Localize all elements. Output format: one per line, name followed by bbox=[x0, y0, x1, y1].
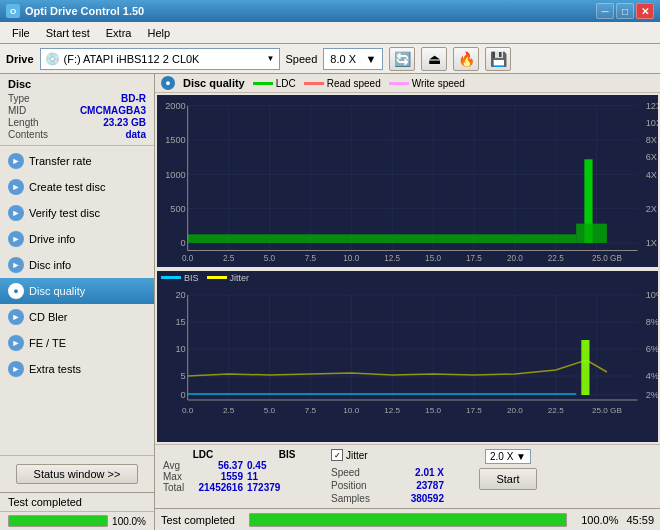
svg-text:4X: 4X bbox=[646, 168, 658, 179]
save-button[interactable]: 💾 bbox=[485, 47, 511, 71]
svg-rect-61 bbox=[581, 340, 589, 395]
speed-stat-label: Speed bbox=[331, 467, 360, 478]
sidebar-item-drive-info[interactable]: ► Drive info bbox=[0, 226, 154, 252]
svg-text:10X: 10X bbox=[646, 117, 658, 128]
ldc-color bbox=[253, 82, 273, 85]
read-speed-label: Read speed bbox=[327, 78, 381, 89]
sidebar-label-create-test-disc: Create test disc bbox=[29, 181, 105, 193]
upper-chart: 2000 1500 1000 500 0 12X 10X 8X 6X 4X 2X… bbox=[157, 95, 658, 267]
main-progress-fill bbox=[250, 514, 566, 526]
svg-text:10.0: 10.0 bbox=[343, 253, 359, 263]
progress-percent: 100.0% bbox=[581, 514, 618, 526]
svg-text:5.0: 5.0 bbox=[264, 406, 276, 415]
svg-text:7.5: 7.5 bbox=[305, 253, 317, 263]
titlebar: O Opti Drive Control 1.50 ─ □ ✕ bbox=[0, 0, 660, 22]
svg-text:12X: 12X bbox=[646, 100, 658, 111]
bottom-status-bar: Test completed 100.0% 45:59 bbox=[155, 508, 660, 530]
drive-select[interactable]: 💿 (F:) ATAPI iHBS112 2 CL0K ▼ bbox=[40, 48, 280, 70]
burn-button[interactable]: 🔥 bbox=[453, 47, 479, 71]
svg-text:2000: 2000 bbox=[165, 100, 185, 111]
sidebar-item-create-test-disc[interactable]: ► Create test disc bbox=[0, 174, 154, 200]
speed-label: Speed bbox=[286, 53, 318, 65]
samples-value: 380592 bbox=[411, 493, 444, 504]
svg-text:1X: 1X bbox=[646, 237, 658, 248]
svg-text:5.0: 5.0 bbox=[264, 253, 276, 263]
status-bottom: Test completed bbox=[0, 492, 154, 511]
ldc-header: LDC bbox=[163, 449, 243, 460]
svg-text:5: 5 bbox=[181, 371, 186, 381]
menu-start-test[interactable]: Start test bbox=[38, 25, 98, 41]
svg-text:17.5: 17.5 bbox=[466, 253, 482, 263]
disc-length-value: 23.23 GB bbox=[103, 117, 146, 128]
close-button[interactable]: ✕ bbox=[636, 3, 654, 19]
disc-length-row: Length 23.23 GB bbox=[8, 117, 146, 128]
stats-bar: LDC Avg 56.37 Max 1559 Total 21452616 bbox=[155, 444, 660, 508]
sidebar-label-verify-test-disc: Verify test disc bbox=[29, 207, 100, 219]
maximize-button[interactable]: □ bbox=[616, 3, 634, 19]
sidebar-item-cd-bler[interactable]: ► CD Bler bbox=[0, 304, 154, 330]
create-test-disc-icon: ► bbox=[8, 179, 24, 195]
sidebar-item-fe-te[interactable]: ► FE / TE bbox=[0, 330, 154, 356]
svg-text:4%: 4% bbox=[646, 371, 658, 381]
svg-text:2.5: 2.5 bbox=[223, 253, 235, 263]
sidebar-progress-container bbox=[8, 515, 108, 527]
drive-value: (F:) ATAPI iHBS112 2 CL0K bbox=[64, 53, 200, 65]
charts-area: 2000 1500 1000 500 0 12X 10X 8X 6X 4X 2X… bbox=[155, 93, 660, 444]
disc-mid-value: CMCMAGBA3 bbox=[80, 105, 146, 116]
sidebar-item-verify-test-disc[interactable]: ► Verify test disc bbox=[0, 200, 154, 226]
stats-speed-select[interactable]: 2.0 X ▼ bbox=[485, 449, 531, 464]
samples-label: Samples bbox=[331, 493, 370, 504]
main-layout: Disc Type BD-R MID CMCMAGBA3 Length 23.2… bbox=[0, 74, 660, 530]
menu-help[interactable]: Help bbox=[139, 25, 178, 41]
sidebar-item-transfer-rate[interactable]: ► Transfer rate bbox=[0, 148, 154, 174]
drive-arrow-icon: ▼ bbox=[267, 54, 275, 63]
speed-select[interactable]: 8.0 X ▼ bbox=[323, 48, 383, 70]
eject-button[interactable]: ⏏ bbox=[421, 47, 447, 71]
total-ldc-value: 21452616 bbox=[199, 482, 244, 493]
svg-text:0.0: 0.0 bbox=[182, 253, 194, 263]
avg-ldc-value: 56.37 bbox=[218, 460, 243, 471]
verify-test-disc-icon: ► bbox=[8, 205, 24, 221]
legend-ldc: LDC bbox=[253, 78, 296, 89]
disc-quality-icon: ● bbox=[8, 283, 24, 299]
disc-type-label: Type bbox=[8, 93, 30, 104]
sidebar-label-extra-tests: Extra tests bbox=[29, 363, 81, 375]
jitter-speed-col: ✓ Jitter Speed 2.01 X Position 23787 Sam… bbox=[331, 449, 444, 504]
svg-text:0: 0 bbox=[181, 237, 186, 248]
avg-label: Avg bbox=[163, 460, 180, 471]
speed-row: Speed 2.01 X bbox=[331, 467, 444, 478]
sidebar-label-drive-info: Drive info bbox=[29, 233, 75, 245]
disc-mid-label: MID bbox=[8, 105, 26, 116]
svg-text:12.5: 12.5 bbox=[384, 253, 400, 263]
jitter-color-swatch bbox=[207, 276, 227, 279]
drive-info-icon: ► bbox=[8, 231, 24, 247]
app-title: Opti Drive Control 1.50 bbox=[25, 5, 596, 17]
chart-icon: ● bbox=[161, 76, 175, 90]
sidebar-item-disc-quality[interactable]: ● Disc quality bbox=[0, 278, 154, 304]
write-speed-color bbox=[389, 82, 409, 85]
drive-label: Drive bbox=[6, 53, 34, 65]
app-icon: O bbox=[6, 4, 20, 18]
position-row: Position 23787 bbox=[331, 480, 444, 491]
svg-text:500: 500 bbox=[170, 203, 185, 214]
menu-extra[interactable]: Extra bbox=[98, 25, 140, 41]
svg-text:22.5: 22.5 bbox=[548, 253, 564, 263]
menubar: File Start test Extra Help bbox=[0, 22, 660, 44]
minimize-button[interactable]: ─ bbox=[596, 3, 614, 19]
menu-file[interactable]: File bbox=[4, 25, 38, 41]
total-label: Total bbox=[163, 482, 184, 493]
svg-text:2X: 2X bbox=[646, 203, 658, 214]
upper-chart-svg: 2000 1500 1000 500 0 12X 10X 8X 6X 4X 2X… bbox=[157, 95, 658, 267]
svg-text:20: 20 bbox=[175, 290, 185, 300]
jitter-checkbox[interactable]: ✓ bbox=[331, 449, 343, 461]
status-window-button[interactable]: Status window >> bbox=[16, 464, 138, 484]
sidebar-item-disc-info[interactable]: ► Disc info bbox=[0, 252, 154, 278]
stats-speed-value: 2.0 X bbox=[490, 451, 513, 462]
start-button[interactable]: Start bbox=[479, 468, 536, 490]
sidebar-item-extra-tests[interactable]: ► Extra tests bbox=[0, 356, 154, 382]
refresh-button[interactable]: 🔄 bbox=[389, 47, 415, 71]
svg-text:7.5: 7.5 bbox=[305, 406, 317, 415]
sidebar-label-disc-info: Disc info bbox=[29, 259, 71, 271]
window-controls[interactable]: ─ □ ✕ bbox=[596, 3, 654, 19]
max-label: Max bbox=[163, 471, 182, 482]
